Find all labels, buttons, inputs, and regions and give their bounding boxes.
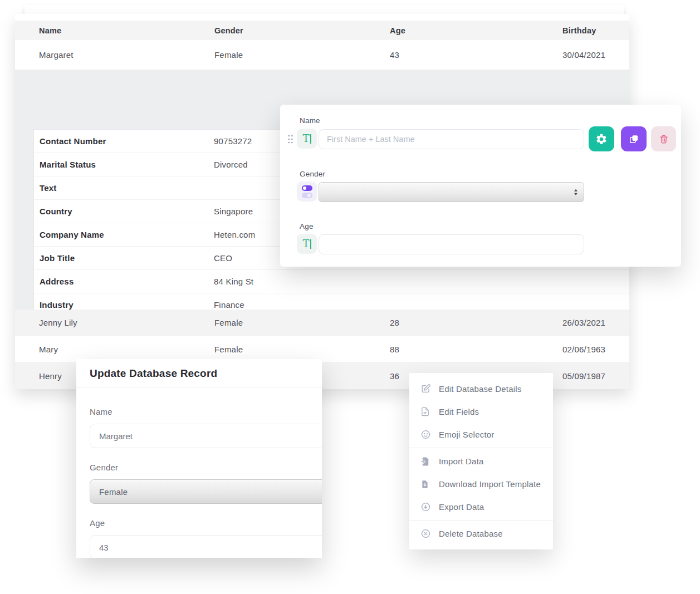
menu-item-emoji-selector[interactable]: Emoji Selector: [409, 423, 553, 446]
field-settings-button[interactable]: [589, 126, 614, 151]
field-row-age: T: [280, 232, 681, 257]
cell-age: 88: [390, 345, 562, 354]
column-header-name: Name: [39, 26, 214, 35]
menu-item-label: Export Data: [439, 502, 484, 512]
field-duplicate-button[interactable]: [621, 126, 647, 151]
name-field-input[interactable]: [319, 129, 584, 149]
menu-item-download-import-template[interactable]: Download Import Template: [409, 473, 553, 495]
select-spinner-icon: [574, 189, 577, 195]
menu-item-label: Edit Database Details: [439, 384, 521, 394]
detail-label: Industry: [40, 300, 214, 310]
cell-age: 43: [390, 50, 562, 60]
text-field-icon: T: [297, 234, 317, 254]
cell-birthday: 30/04/2021: [562, 50, 629, 60]
detail-row: Address 84 King St: [34, 270, 629, 293]
update-record-modal: Update Database Record Name Gender Femal…: [76, 359, 322, 558]
cell-name: Jenny Lily: [39, 318, 214, 327]
field-row-gender: [280, 179, 681, 204]
database-context-menu: Edit Database Details Edit Fields Emoji …: [409, 373, 553, 549]
circle-x-icon: [420, 528, 431, 539]
edit-icon: [420, 384, 431, 394]
cell-birthday: 05/09/1987: [562, 371, 629, 381]
text-field-icon: T: [297, 129, 317, 149]
cell-age: 28: [390, 318, 562, 327]
cell-birthday: 26/03/2021: [562, 318, 629, 327]
column-header-gender: Gender: [214, 26, 390, 35]
detail-label: Country: [40, 207, 214, 216]
detail-label: Text: [40, 183, 214, 193]
circle-down-icon: [420, 502, 431, 512]
detail-value: Finance: [214, 300, 629, 310]
menu-item-edit-database-details[interactable]: Edit Database Details: [409, 377, 553, 400]
smiley-icon: [420, 429, 431, 440]
menu-item-delete-database[interactable]: Delete Database: [409, 522, 553, 545]
gender-select[interactable]: [319, 182, 584, 202]
menu-item-edit-fields[interactable]: Edit Fields: [409, 400, 553, 423]
menu-item-import-data[interactable]: Import Data: [409, 450, 553, 473]
gear-icon: [595, 133, 608, 145]
modal-gender-value: Female: [99, 487, 128, 497]
copy-icon: [628, 134, 639, 145]
table-header-row: Name Gender Age Birthday: [15, 21, 629, 40]
select-field-icon: [297, 181, 317, 202]
detail-label: Job Title: [40, 253, 214, 263]
field-editor-panel: Name T Gender: [280, 105, 681, 267]
menu-item-export-data[interactable]: Export Data: [409, 495, 553, 518]
cell-birthday: 02/06/1963: [562, 345, 629, 354]
menu-divider: [409, 520, 553, 521]
modal-name-input[interactable]: [90, 424, 322, 448]
menu-divider: [409, 448, 553, 448]
column-header-birthday: Birthday: [562, 26, 629, 35]
field-row-name: T: [280, 126, 681, 151]
menu-item-label: Emoji Selector: [439, 430, 495, 439]
cell-gender: Female: [214, 50, 390, 60]
field-label: Name: [300, 116, 320, 125]
detail-label: Company Name: [40, 230, 214, 239]
drag-handle-icon[interactable]: [287, 134, 293, 144]
table-row[interactable]: Margaret Female 43 30/04/2021: [15, 40, 629, 70]
cell-gender: Female: [214, 345, 390, 354]
file-download-icon: [420, 479, 431, 489]
modal-field-label: Age: [90, 518, 322, 528]
file-text-icon: [420, 406, 431, 417]
menu-item-label: Import Data: [439, 456, 484, 466]
modal-body: Name Gender Female Age: [76, 388, 322, 558]
file-import-icon: [420, 456, 431, 467]
field-delete-button[interactable]: [651, 126, 676, 151]
cell-name: Mary: [39, 345, 214, 354]
cell-gender: Female: [214, 318, 390, 327]
trash-icon: [659, 134, 669, 144]
detail-label: Marital Status: [40, 160, 214, 169]
menu-item-label: Delete Database: [439, 529, 503, 538]
field-label: Gender: [300, 170, 325, 178]
detail-label: Contact Number: [40, 136, 214, 146]
modal-field-label: Name: [90, 407, 322, 416]
detail-label: Address: [40, 277, 214, 286]
detail-value: 84 King St: [214, 277, 629, 286]
modal-title: Update Database Record: [90, 367, 217, 380]
menu-item-label: Edit Fields: [439, 407, 479, 416]
column-header-age: Age: [390, 26, 562, 35]
modal-gender-select[interactable]: Female: [90, 479, 322, 504]
field-label: Age: [300, 222, 314, 230]
modal-header: Update Database Record: [76, 359, 322, 388]
modal-age-input[interactable]: [90, 535, 322, 558]
menu-item-label: Download Import Template: [439, 479, 541, 489]
age-field-input[interactable]: [319, 234, 584, 254]
cell-name: Margaret: [39, 50, 214, 60]
modal-field-label: Gender: [90, 463, 322, 472]
table-row[interactable]: Jenny Lily Female 28 26/03/2021: [15, 310, 629, 336]
